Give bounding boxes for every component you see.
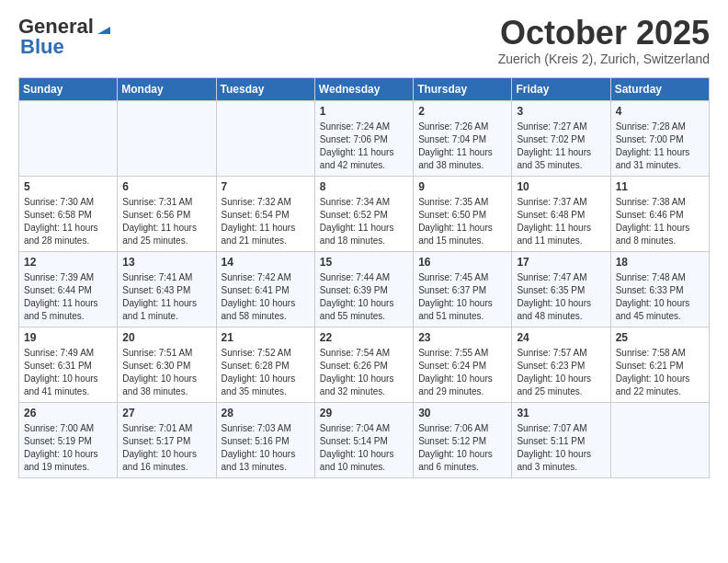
cell-w1-d2 xyxy=(118,100,216,176)
day-number: 13 xyxy=(122,256,210,269)
week-row-4: 19Sunrise: 7:49 AM Sunset: 6:31 PM Dayli… xyxy=(19,327,710,402)
day-info: Sunrise: 7:39 AM Sunset: 6:44 PM Dayligh… xyxy=(24,271,112,323)
col-wednesday: Wednesday xyxy=(314,77,413,100)
day-number: 3 xyxy=(517,105,605,118)
day-number: 4 xyxy=(616,105,704,118)
day-info: Sunrise: 7:42 AM Sunset: 6:41 PM Dayligh… xyxy=(222,271,310,323)
cell-w5-d1: 26Sunrise: 7:00 AM Sunset: 5:19 PM Dayli… xyxy=(19,402,118,477)
cell-w1-d1 xyxy=(19,100,118,176)
location-subtitle: Zuerich (Kreis 2), Zurich, Switzerland xyxy=(498,52,710,66)
day-number: 20 xyxy=(122,331,210,344)
day-number: 2 xyxy=(418,105,506,118)
week-row-1: 1Sunrise: 7:24 AM Sunset: 7:06 PM Daylig… xyxy=(19,100,710,176)
col-monday: Monday xyxy=(118,77,216,100)
cell-w1-d6: 3Sunrise: 7:27 AM Sunset: 7:02 PM Daylig… xyxy=(512,100,610,176)
cell-w2-d4: 8Sunrise: 7:34 AM Sunset: 6:52 PM Daylig… xyxy=(314,176,413,251)
cell-w4-d6: 24Sunrise: 7:57 AM Sunset: 6:23 PM Dayli… xyxy=(512,327,610,402)
day-info: Sunrise: 7:04 AM Sunset: 5:14 PM Dayligh… xyxy=(320,422,408,474)
cell-w3-d3: 14Sunrise: 7:42 AM Sunset: 6:41 PM Dayli… xyxy=(216,251,314,327)
cell-w4-d1: 19Sunrise: 7:49 AM Sunset: 6:31 PM Dayli… xyxy=(19,327,118,402)
day-info: Sunrise: 7:51 AM Sunset: 6:30 PM Dayligh… xyxy=(122,347,210,398)
cell-w4-d3: 21Sunrise: 7:52 AM Sunset: 6:28 PM Dayli… xyxy=(216,327,314,402)
day-number: 1 xyxy=(320,105,408,118)
day-info: Sunrise: 7:03 AM Sunset: 5:16 PM Dayligh… xyxy=(222,422,310,474)
day-info: Sunrise: 7:44 AM Sunset: 6:39 PM Dayligh… xyxy=(320,271,408,323)
day-info: Sunrise: 7:57 AM Sunset: 6:23 PM Dayligh… xyxy=(517,347,605,398)
day-info: Sunrise: 7:28 AM Sunset: 7:00 PM Dayligh… xyxy=(616,121,704,172)
day-number: 29 xyxy=(320,407,408,419)
cell-w2-d3: 7Sunrise: 7:32 AM Sunset: 6:54 PM Daylig… xyxy=(216,176,314,251)
svg-marker-0 xyxy=(97,27,110,34)
cell-w2-d5: 9Sunrise: 7:35 AM Sunset: 6:50 PM Daylig… xyxy=(414,176,512,251)
cell-w3-d7: 18Sunrise: 7:48 AM Sunset: 6:33 PM Dayli… xyxy=(610,251,709,327)
day-number: 11 xyxy=(616,180,704,193)
day-info: Sunrise: 7:47 AM Sunset: 6:35 PM Dayligh… xyxy=(517,271,605,323)
cell-w1-d4: 1Sunrise: 7:24 AM Sunset: 7:06 PM Daylig… xyxy=(314,100,413,176)
day-number: 30 xyxy=(418,407,506,419)
day-info: Sunrise: 7:06 AM Sunset: 5:12 PM Dayligh… xyxy=(418,422,506,474)
day-info: Sunrise: 7:58 AM Sunset: 6:21 PM Dayligh… xyxy=(616,347,704,398)
logo-triangle-icon xyxy=(94,17,112,36)
day-number: 9 xyxy=(418,180,506,193)
day-number: 17 xyxy=(517,256,605,269)
cell-w5-d3: 28Sunrise: 7:03 AM Sunset: 5:16 PM Dayli… xyxy=(216,402,314,477)
day-number: 19 xyxy=(24,331,112,344)
day-info: Sunrise: 7:30 AM Sunset: 6:58 PM Dayligh… xyxy=(24,196,112,247)
cell-w4-d7: 25Sunrise: 7:58 AM Sunset: 6:21 PM Dayli… xyxy=(610,327,709,402)
header-row: Sunday Monday Tuesday Wednesday Thursday… xyxy=(19,77,710,100)
day-number: 25 xyxy=(616,331,704,344)
day-number: 31 xyxy=(517,407,605,419)
day-info: Sunrise: 7:26 AM Sunset: 7:04 PM Dayligh… xyxy=(418,121,506,172)
day-info: Sunrise: 7:49 AM Sunset: 6:31 PM Dayligh… xyxy=(24,347,112,398)
day-number: 8 xyxy=(320,180,408,193)
day-number: 14 xyxy=(222,256,310,269)
cell-w2-d7: 11Sunrise: 7:38 AM Sunset: 6:46 PM Dayli… xyxy=(610,176,709,251)
day-info: Sunrise: 7:07 AM Sunset: 5:11 PM Dayligh… xyxy=(517,422,605,474)
day-number: 5 xyxy=(24,180,112,193)
cell-w3-d1: 12Sunrise: 7:39 AM Sunset: 6:44 PM Dayli… xyxy=(19,251,118,327)
day-info: Sunrise: 7:32 AM Sunset: 6:54 PM Dayligh… xyxy=(222,196,310,247)
day-number: 16 xyxy=(418,256,506,269)
day-info: Sunrise: 7:01 AM Sunset: 5:17 PM Dayligh… xyxy=(122,422,210,474)
cell-w3-d5: 16Sunrise: 7:45 AM Sunset: 6:37 PM Dayli… xyxy=(414,251,512,327)
day-number: 6 xyxy=(122,180,210,193)
cell-w5-d7 xyxy=(610,402,709,477)
day-info: Sunrise: 7:27 AM Sunset: 7:02 PM Dayligh… xyxy=(517,121,605,172)
day-number: 12 xyxy=(24,256,112,269)
day-number: 15 xyxy=(320,256,408,269)
cell-w2-d2: 6Sunrise: 7:31 AM Sunset: 6:56 PM Daylig… xyxy=(118,176,216,251)
cell-w4-d5: 23Sunrise: 7:55 AM Sunset: 6:24 PM Dayli… xyxy=(414,327,512,402)
day-info: Sunrise: 7:35 AM Sunset: 6:50 PM Dayligh… xyxy=(418,196,506,247)
cell-w3-d6: 17Sunrise: 7:47 AM Sunset: 6:35 PM Dayli… xyxy=(512,251,610,327)
calendar-table: Sunday Monday Tuesday Wednesday Thursday… xyxy=(18,77,710,478)
cell-w4-d2: 20Sunrise: 7:51 AM Sunset: 6:30 PM Dayli… xyxy=(118,327,216,402)
cell-w2-d1: 5Sunrise: 7:30 AM Sunset: 6:58 PM Daylig… xyxy=(19,176,118,251)
day-number: 23 xyxy=(418,331,506,344)
cell-w2-d6: 10Sunrise: 7:37 AM Sunset: 6:48 PM Dayli… xyxy=(512,176,610,251)
day-info: Sunrise: 7:31 AM Sunset: 6:56 PM Dayligh… xyxy=(122,196,210,247)
cell-w5-d4: 29Sunrise: 7:04 AM Sunset: 5:14 PM Dayli… xyxy=(314,402,413,477)
day-number: 18 xyxy=(616,256,704,269)
day-info: Sunrise: 7:41 AM Sunset: 6:43 PM Dayligh… xyxy=(122,271,210,323)
day-info: Sunrise: 7:38 AM Sunset: 6:46 PM Dayligh… xyxy=(616,196,704,247)
logo-blue: Blue xyxy=(18,35,64,59)
day-number: 28 xyxy=(222,407,310,419)
title-block: October 2025 Zuerich (Kreis 2), Zurich, … xyxy=(498,15,710,66)
day-number: 21 xyxy=(222,331,310,344)
day-info: Sunrise: 7:55 AM Sunset: 6:24 PM Dayligh… xyxy=(418,347,506,398)
day-number: 7 xyxy=(222,180,310,193)
day-info: Sunrise: 7:37 AM Sunset: 6:48 PM Dayligh… xyxy=(517,196,605,247)
week-row-5: 26Sunrise: 7:00 AM Sunset: 5:19 PM Dayli… xyxy=(19,402,710,477)
page: General Blue October 2025 Zuerich (Kreis… xyxy=(0,0,728,493)
cell-w5-d5: 30Sunrise: 7:06 AM Sunset: 5:12 PM Dayli… xyxy=(414,402,512,477)
cell-w1-d3 xyxy=(216,100,314,176)
col-tuesday: Tuesday xyxy=(216,77,314,100)
cell-w5-d2: 27Sunrise: 7:01 AM Sunset: 5:17 PM Dayli… xyxy=(118,402,216,477)
col-saturday: Saturday xyxy=(610,77,709,100)
cell-w3-d4: 15Sunrise: 7:44 AM Sunset: 6:39 PM Dayli… xyxy=(314,251,413,327)
month-title: October 2025 xyxy=(498,15,710,52)
day-info: Sunrise: 7:45 AM Sunset: 6:37 PM Dayligh… xyxy=(418,271,506,323)
day-info: Sunrise: 7:34 AM Sunset: 6:52 PM Dayligh… xyxy=(320,196,408,247)
cell-w1-d5: 2Sunrise: 7:26 AM Sunset: 7:04 PM Daylig… xyxy=(414,100,512,176)
week-row-3: 12Sunrise: 7:39 AM Sunset: 6:44 PM Dayli… xyxy=(19,251,710,327)
